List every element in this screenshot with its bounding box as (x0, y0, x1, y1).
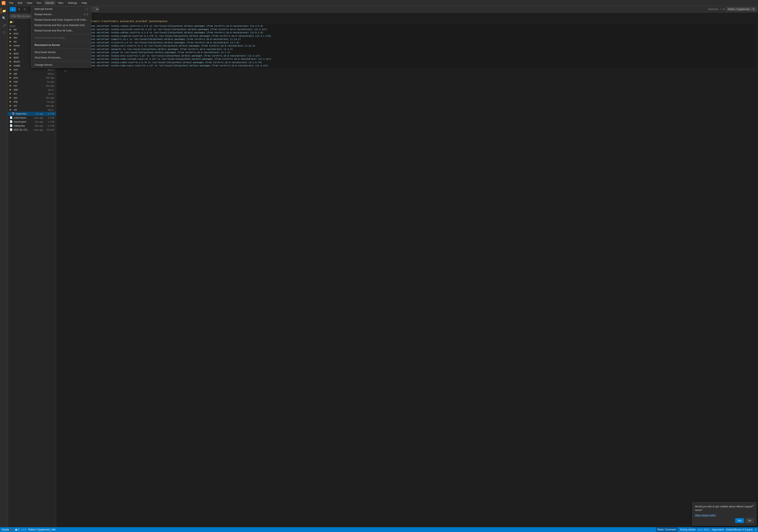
move-cell-up-btn[interactable]: ↑ (737, 15, 741, 19)
notebook-right-toolbar: Notebook ↗ ⚙ Python 3 (ipykernel) ○ ☰ (708, 7, 756, 11)
file-icon: 📄 (10, 128, 13, 131)
folder-icon: ▶ (10, 40, 13, 43)
col-header-name[interactable]: Name (10, 25, 29, 27)
file-icon: 📄 (10, 124, 13, 127)
menu-kernel[interactable]: Kernel (44, 1, 55, 5)
refresh-button[interactable]: ↻ (22, 7, 27, 12)
kernel-menu-restart-clear[interactable]: Restart Kernel and Clear Outputs of All … (31, 17, 91, 22)
list-item[interactable]: ▶root3m ago (8, 80, 56, 84)
add-cell-above-btn[interactable]: ⊕ (746, 15, 751, 19)
menu-settings[interactable]: Settings (66, 1, 79, 5)
file-list: ▶binlast yr. ▶bootlast yr. ▶devlast yr. … (8, 28, 56, 527)
cell-2: [ ]: (58, 69, 756, 77)
kernel-menu-change[interactable]: Change Kernel... (31, 62, 91, 68)
folder-icon: ▶ (10, 32, 13, 35)
folder-icon: ▶ (10, 60, 13, 63)
folder-icon: ▶ (10, 48, 13, 51)
menu-view[interactable]: View (25, 1, 34, 5)
file-panel: + ⬆ ↻ 📁 / Name M ▶binlast yr. ▶bootlast … (8, 6, 56, 527)
delete-cell-btn[interactable]: 🗑 (751, 15, 755, 19)
list-item[interactable]: 📄mykey.key16m ago1.7 KB (8, 124, 56, 128)
list-item[interactable]: ▶srvlast yr. (8, 92, 56, 96)
list-item[interactable]: ▶tmp3m ago (8, 100, 56, 104)
folder-icon: ▶ (10, 104, 13, 107)
kernel-menu-shutdown[interactable]: Shut Down Kernel (31, 50, 91, 55)
kernel-menu-restart-run-all[interactable]: Restart Kernel and Run All Cells... (31, 28, 91, 33)
status-cell-number: ◻ 1 (22, 528, 26, 531)
cell-1-header: [1]: ⎘ ↑ ↓ ⊕ 🗑 (58, 15, 756, 19)
upload-button[interactable]: ⬆ (17, 7, 22, 12)
sidebar-btn-extensions[interactable]: ⬡ (1, 29, 7, 36)
menu-edit[interactable]: Edit (16, 1, 24, 5)
kernel-menu-interrupt[interactable]: Interrupt Kernel I, I (31, 6, 91, 12)
menu-separator-2 (31, 41, 91, 42)
notebook-label: Notebook (708, 8, 718, 11)
sidebar-btn-files[interactable]: 📁 (1, 8, 7, 14)
folder-icon: ▶ (10, 100, 13, 103)
list-item[interactable]: ▶usr16m ago (8, 104, 56, 108)
list-item[interactable]: ▶optlast yr. (8, 72, 56, 76)
menu-help[interactable]: Help (80, 1, 89, 5)
status-cell-count: ▣ 0 (15, 528, 19, 531)
cell-1-body[interactable]: !pip install diffusers transformers acce… (58, 19, 756, 23)
list-item[interactable]: ▶mntlast yr. (8, 68, 56, 72)
list-item[interactable]: ▶proc16m ago (8, 76, 56, 80)
cell-1: [1]: ⎘ ↑ ↓ ⊕ 🗑 !pip install diffusers tr… (58, 14, 756, 68)
output-area-1: Requirement already satisfied: nvidia-cu… (68, 24, 755, 68)
cell-2-body[interactable] (58, 73, 756, 76)
list-item[interactable]: ▶sys16m ago (8, 96, 56, 100)
list-item[interactable]: 📄NGC-DL-CO...12mo ago16.9 KB (8, 128, 56, 132)
kernel-menu-restart-run[interactable]: Restart Kernel and Run up to Selected Ce… (31, 22, 91, 28)
folder-icon: ▶ (10, 76, 13, 79)
kernel-menu-icon: ☰ (752, 8, 755, 11)
list-item[interactable]: ▶run16m ago (8, 84, 56, 88)
cell-icon: ◻ (22, 528, 24, 531)
notification-actions: Yes No (695, 518, 754, 523)
folder-icon: ▶ (10, 96, 13, 99)
list-item-notebook-active[interactable]: ✓ 📓 Hyperstack ... 2m ago 9.7 KB (8, 112, 56, 116)
output-line: Requirement already satisfied: nvidia-cu… (70, 61, 754, 64)
kernel-dropdown-menu: Interrupt Kernel I, I Restart Kernel... … (31, 6, 91, 68)
list-item[interactable]: ▶sbinlast yr. (8, 88, 56, 92)
kernel-idle-label: | Idle (51, 528, 56, 531)
kernel-menu-reconnect[interactable]: Reconnect to Kernel (31, 42, 91, 48)
new-file-button[interactable]: + (10, 7, 16, 12)
move-cell-down-btn[interactable]: ↓ (741, 15, 746, 19)
menu-run[interactable]: Run (35, 1, 44, 5)
kernel-menu-restart[interactable]: Restart Kernel... 0, 0 (31, 12, 91, 17)
folder-icon: ▶ (10, 36, 13, 39)
folder-icon: ▶ (10, 64, 13, 67)
output-line: Requirement already satisfied: triton==3… (70, 41, 754, 45)
copy-cell-btn[interactable]: ⎘ (732, 15, 736, 19)
sidebar-btn-search[interactable]: 🔍 (1, 15, 7, 21)
list-item[interactable]: 📄cuda-keyrin...12mo ago4.2 KB (8, 116, 56, 120)
cell-counter-2: [ ]: (59, 70, 67, 72)
status-right-number: 1 (755, 528, 756, 531)
menu-tabs[interactable]: Tabs (56, 1, 65, 5)
settings-icon[interactable]: ⚙ (723, 8, 725, 11)
sidebar-btn-git[interactable]: ⎇ (1, 22, 7, 28)
status-kernel-info[interactable]: Python 3 (ipykernel) | Idle (28, 528, 56, 531)
status-mode: Mode: Command (656, 527, 678, 532)
folder-icon: ▶ (10, 108, 13, 111)
notebook-content: [1]: ⎘ ↑ ↓ ⊕ 🗑 !pip install diffusers tr… (56, 13, 758, 527)
output-line: Requirement already satisfied: nvidia-cu… (70, 31, 754, 34)
notification-close-button[interactable]: ✕ (752, 504, 755, 507)
main-layout: 📁 🔍 ⎇ ⬡ + ⬆ ↻ 📁 / Name M ▶binlast yr. ▶b… (0, 6, 758, 527)
folder-icon: ▶ (10, 56, 13, 59)
kernel-selector[interactable]: Python 3 (ipykernel) ○ ☰ (726, 7, 756, 11)
kernel-menu-shutdown-all[interactable]: Shut Down All Kernels... (31, 55, 91, 60)
notification-yes-button[interactable]: Yes (735, 518, 744, 523)
notebook-external-icon[interactable]: ↗ (720, 8, 722, 11)
status-saving: Saving started (680, 528, 696, 531)
notification-no-button[interactable]: No (745, 518, 754, 523)
file-icon: 📄 (10, 120, 13, 123)
list-item[interactable]: ▶varlast yr. (8, 108, 56, 112)
folder-icon: ▶ (10, 68, 13, 71)
status-left: Simple ○ ▣ 0 ◻ 1 Python 3 (ipykernel) | … (2, 528, 56, 531)
notification-privacy-link[interactable]: Open privacy policy (695, 514, 754, 516)
simple-mode-toggle[interactable]: Simple ○ (2, 528, 13, 531)
menu-file[interactable]: File (7, 1, 16, 5)
menu-separator-1 (31, 34, 91, 34)
list-item[interactable]: 📄mycert.pem16m ago1.4 KB (8, 120, 56, 124)
